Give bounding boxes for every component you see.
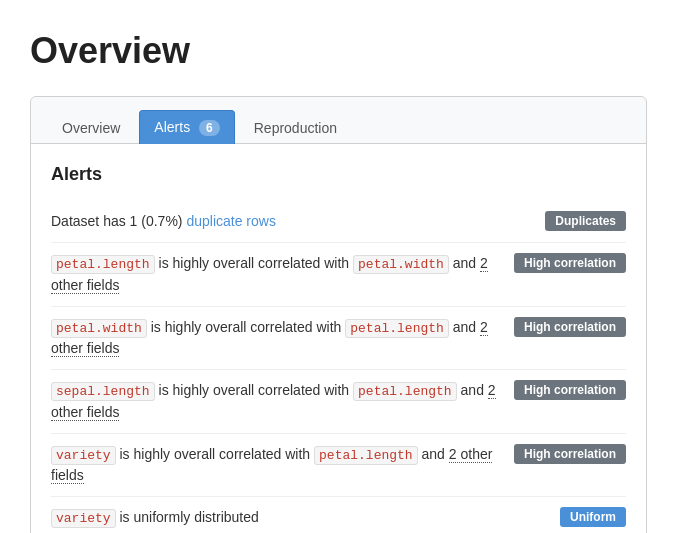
code-petal-width-2: petal.width	[51, 319, 147, 338]
badge-high-correlation-4: High correlation	[514, 444, 626, 464]
badge-uniform: Uniform	[560, 507, 626, 527]
tab-overview[interactable]: Overview	[47, 111, 135, 144]
alerts-section-title: Alerts	[51, 164, 626, 185]
alert-text-4: sepal.length is highly overall correlate…	[51, 380, 502, 423]
tab-alerts[interactable]: Alerts 6	[139, 110, 234, 144]
badge-high-correlation-2: High correlation	[514, 317, 626, 337]
card-body: Alerts Dataset has 1 (0.7%) duplicate ro…	[31, 144, 646, 533]
code-petal-length-1: petal.length	[51, 255, 155, 274]
alert-text-1: Dataset has 1 (0.7%) duplicate rows	[51, 211, 533, 232]
table-row: variety is highly overall correlated wit…	[51, 434, 626, 498]
code-variety-2: variety	[51, 509, 116, 528]
duplicate-rows-link[interactable]: duplicate rows	[186, 213, 276, 229]
page-title: Overview	[30, 30, 647, 72]
tabs-bar: Overview Alerts 6 Reproduction	[31, 97, 646, 144]
badge-high-correlation-1: High correlation	[514, 253, 626, 273]
table-row: petal.length is highly overall correlate…	[51, 243, 626, 307]
code-petal-length-3: petal.length	[353, 382, 457, 401]
code-petal-width-1: petal.width	[353, 255, 449, 274]
alert-text-2: petal.length is highly overall correlate…	[51, 253, 502, 296]
code-petal-length-2: petal.length	[345, 319, 449, 338]
badge-duplicates: Duplicates	[545, 211, 626, 231]
alert-text-3: petal.width is highly overall correlated…	[51, 317, 502, 360]
table-row: sepal.length is highly overall correlate…	[51, 370, 626, 434]
main-card: Overview Alerts 6 Reproduction Alerts Da…	[30, 96, 647, 533]
badge-high-correlation-3: High correlation	[514, 380, 626, 400]
table-row: variety is uniformly distributed Uniform	[51, 497, 626, 533]
table-row: Dataset has 1 (0.7%) duplicate rows Dupl…	[51, 201, 626, 243]
code-petal-length-4: petal.length	[314, 446, 418, 465]
alert-text-6: variety is uniformly distributed	[51, 507, 548, 529]
page-container: Overview Overview Alerts 6 Reproduction …	[0, 0, 677, 533]
table-row: petal.width is highly overall correlated…	[51, 307, 626, 371]
code-sepal-length: sepal.length	[51, 382, 155, 401]
alerts-badge: 6	[199, 120, 220, 136]
alert-text-5: variety is highly overall correlated wit…	[51, 444, 502, 487]
code-variety-1: variety	[51, 446, 116, 465]
tab-reproduction[interactable]: Reproduction	[239, 111, 352, 144]
